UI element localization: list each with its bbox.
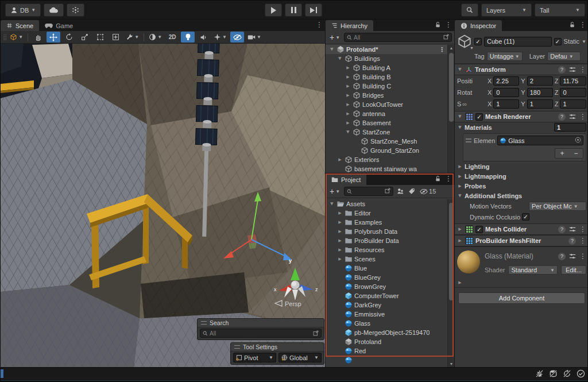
open-search-window-icon[interactable] [385,188,390,195]
tree-row[interactable]: ▶antenna [326,109,447,118]
tree-row[interactable]: BlueGrey [326,273,447,282]
scale-x-field[interactable]: 1 [493,99,519,109]
search-by-label-button[interactable] [407,188,416,195]
edit-shader-button[interactable]: Edit... [561,265,586,275]
material-preview-foldout-icon[interactable]: ▶ [457,280,463,285]
tree-row[interactable]: Glass [326,319,447,328]
rotate-tool-button[interactable] [62,32,76,43]
scale-z-field[interactable]: 1 [560,99,586,109]
account-dropdown[interactable]: DB ▼ [5,3,41,17]
kebab-icon[interactable]: ⋮ [579,66,586,73]
remove-element-button[interactable]: − [569,149,583,158]
open-search-window-icon[interactable] [443,34,449,41]
static-dropdown-icon[interactable]: ▼ [582,39,586,44]
add-element-button[interactable]: + [555,149,569,158]
tree-row[interactable]: Red [326,346,447,356]
presets-icon[interactable] [569,113,576,120]
foldout-collapsed-icon[interactable]: ▶ [337,220,343,225]
scene-search-input[interactable]: All [200,329,322,338]
lock-icon[interactable] [435,21,441,28]
tree-row[interactable]: BrownGrey [326,282,447,291]
tab-project[interactable]: Project [326,174,366,185]
tree-row[interactable]: ▶Basement [326,118,447,128]
lock-icon[interactable] [569,21,575,28]
shader-dropdown[interactable]: Standard▼ [508,265,558,275]
help-icon[interactable]: ? [558,113,566,121]
presets-icon[interactable] [569,226,576,233]
mesh-collider-header[interactable]: ▶ ✓ Mesh Collider ? ⋮ [455,223,588,235]
pause-button[interactable] [285,3,302,17]
tool-handle-dropdown[interactable]: ▼ [8,32,25,43]
hand-tool-button[interactable] [31,32,45,43]
tab-inspector[interactable]: Inspector [455,20,502,31]
object-picker-icon[interactable] [575,137,581,144]
audio-toggle-button[interactable] [196,32,210,43]
open-search-window-icon[interactable] [313,330,319,336]
foldout-collapsed-icon[interactable]: ▶ [345,84,351,88]
component-enabled-checkbox[interactable]: ✓ [475,113,483,121]
rotation-z-field[interactable]: 0 [560,88,586,97]
pivot-mode-dropdown[interactable]: Pivot ▼ [233,353,276,362]
kebab-icon[interactable]: ⋮ [439,46,447,53]
kebab-icon[interactable]: ⋮ [579,237,586,244]
hierarchy-scrollbar[interactable]: ▲ [447,45,454,173]
foldout-collapsed-icon[interactable]: ▶ [345,111,351,116]
foldout-collapsed-icon[interactable]: ▶ [337,248,343,252]
tree-row[interactable]: ▶Bridges [326,91,447,100]
play-button[interactable] [265,3,282,17]
motion-vectors-dropdown[interactable]: Per Object Mc▼ [529,202,586,211]
transform-header[interactable]: ▶ Transform ? ⋮ [455,64,588,75]
tree-row[interactable]: ComputerTower [326,291,447,300]
rotation-y-field[interactable]: 180 [527,88,553,97]
material-preview-sphere[interactable] [457,250,480,273]
search-by-type-button[interactable] [396,188,405,195]
custom-tool-dropdown[interactable]: ▼ [124,32,141,43]
tree-row[interactable]: ▶Polybrush Data [326,227,447,236]
cloud-button[interactable] [44,3,64,17]
kebab-icon[interactable]: ⋮ [579,253,586,260]
foldout-collapsed-icon[interactable]: ▶ [337,257,343,261]
project-search-input[interactable] [344,187,393,196]
rect-tool-button[interactable] [93,32,107,43]
foldout-collapsed-icon[interactable]: ▶ [457,227,463,231]
lighting-foldout[interactable]: Lighting [465,163,489,170]
scene-visibility-toggle[interactable] [230,32,244,43]
services-button[interactable] [67,3,84,17]
refresh-slash-icon[interactable] [563,369,571,378]
tree-row[interactable]: ▶Exteriors [326,155,447,164]
probes-foldout[interactable]: Probes [465,183,486,190]
tree-row[interactable]: ▶Editor [326,209,447,218]
foldout-expanded-icon[interactable]: ▶ [330,201,334,207]
tree-row[interactable]: ▶Resources [326,245,447,254]
mesh-renderer-header[interactable]: ▶ ✓ Mesh Renderer ? ⋮ [455,111,588,122]
camera-dropdown[interactable]: ▼ [246,32,263,43]
kebab-icon[interactable]: ⋮ [445,175,452,182]
tree-row[interactable]: ▶Assets [326,199,447,209]
toolbar-drag-handle[interactable]: ⣿ [3,34,6,40]
scene-viewport[interactable]: x z y Persp Search All [1,44,325,367]
foldout-collapsed-icon[interactable]: ▶ [457,184,463,188]
hierarchy-search-input[interactable]: All [344,33,452,42]
presets-icon[interactable] [569,253,576,260]
overlay-drag-handle[interactable] [234,345,240,349]
kebab-icon[interactable]: ⋮ [579,226,586,233]
foldout-collapsed-icon[interactable]: ▶ [457,164,463,169]
database-slash-icon[interactable] [549,369,558,378]
check-circle-icon[interactable] [577,369,585,378]
scale-tool-button[interactable] [78,32,91,43]
gameobject-cube-icon[interactable]: ▼ [457,34,472,49]
gameobject-name-field[interactable]: Cube (11) [484,37,552,47]
tree-row[interactable]: ▶Buildings [326,54,447,63]
tag-dropdown[interactable]: Untagge▼ [487,52,523,61]
tree-row[interactable]: ▶LookOutTower [326,100,447,109]
static-checkbox[interactable]: ✓ [554,38,562,45]
tree-row[interactable]: ▶Examples [326,218,447,227]
foldout-collapsed-icon[interactable]: ▶ [337,229,343,234]
foldout-collapsed-icon[interactable]: ▶ [337,157,343,162]
foldout-expanded-icon[interactable]: ▶ [458,114,462,119]
foldout-collapsed-icon[interactable]: ▶ [345,93,351,98]
lightmapping-foldout[interactable]: Lightmapping [465,173,506,180]
additional-settings-foldout[interactable]: Additional Settings [465,192,522,199]
tree-row[interactable]: ▶ProBuilder Data [326,236,447,245]
overlay-drag-handle[interactable] [201,321,207,325]
